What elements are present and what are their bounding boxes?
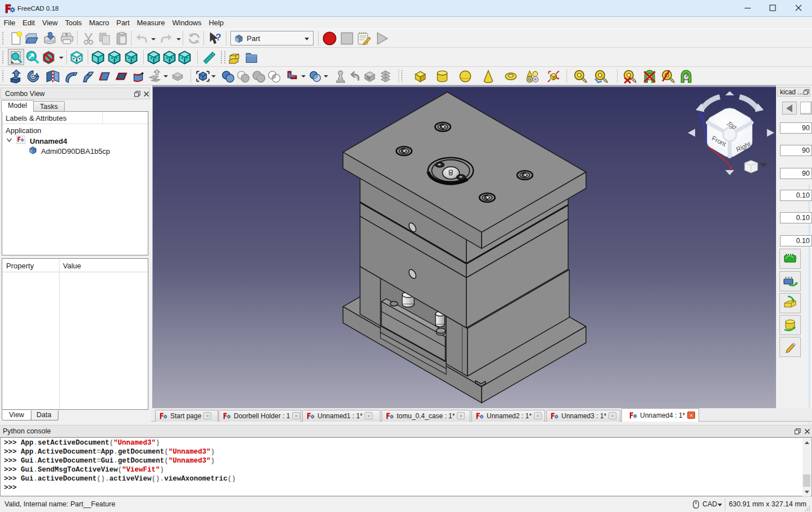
svg-text:Z: Z (698, 111, 702, 119)
svg-text:X: X (728, 164, 733, 172)
svg-text:?: ? (216, 32, 221, 43)
